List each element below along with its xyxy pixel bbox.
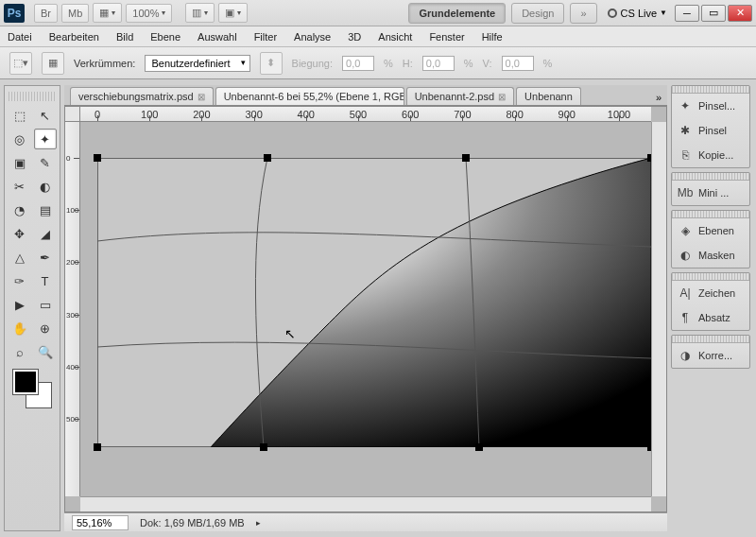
- warp-grid[interactable]: [97, 158, 651, 447]
- tabs-overflow[interactable]: »: [650, 90, 667, 105]
- color-swatches[interactable]: [13, 370, 51, 407]
- biegung-label: Biegung:: [292, 58, 333, 69]
- warp-handle[interactable]: [260, 443, 267, 451]
- transform-icon[interactable]: ⬚▾: [9, 52, 32, 75]
- panel-icon: ⎘: [677, 147, 694, 163]
- warp-label: Verkrümmen:: [74, 58, 135, 69]
- workspace-grundelemente[interactable]: Grundelemente: [408, 3, 506, 24]
- foreground-color-swatch[interactable]: [13, 370, 38, 394]
- panel-item-kopie[interactable]: ⎘Kopie...: [672, 143, 749, 167]
- tool-11[interactable]: ◢: [34, 223, 57, 244]
- panel-handle[interactable]: [672, 336, 749, 343]
- close-icon[interactable]: ⊠: [198, 92, 205, 102]
- biegung-field: 0,0: [342, 56, 374, 71]
- tool-19[interactable]: ⊕: [34, 318, 57, 338]
- tool-15[interactable]: T: [34, 270, 57, 291]
- vertical-ruler[interactable]: 0100200300400500: [65, 122, 80, 496]
- panel-handle[interactable]: [672, 211, 749, 218]
- doc-tab-3[interactable]: Unbenann: [516, 87, 581, 105]
- tool-7[interactable]: ◐: [34, 176, 57, 197]
- panel-item-pinsel[interactable]: ✦Pinsel...: [672, 94, 749, 118]
- close-icon[interactable]: ⊠: [498, 92, 506, 102]
- menu-bild[interactable]: Bild: [116, 31, 133, 43]
- panel-handle[interactable]: [672, 173, 749, 181]
- warp-handle[interactable]: [94, 154, 101, 162]
- menu-ebene[interactable]: Ebene: [150, 31, 180, 43]
- right-panels: ✦Pinsel...✱Pinsel⎘Kopie...MbMini ...◈Ebe…: [671, 85, 750, 531]
- tool-14[interactable]: ✑: [9, 270, 31, 291]
- tool-16[interactable]: ▶: [9, 294, 31, 315]
- warp-handle[interactable]: [462, 154, 470, 162]
- tool-13[interactable]: ✒: [34, 247, 57, 268]
- warp-handle[interactable]: [264, 154, 271, 162]
- panel-item-absatz[interactable]: ¶Absatz: [672, 305, 749, 330]
- horizontal-ruler[interactable]: 01002003004005006007008009001000: [80, 107, 651, 122]
- tool-21[interactable]: 🔍: [34, 341, 57, 362]
- panel-item-korre[interactable]: ◑Korre...: [672, 343, 749, 368]
- menu-bearbeiten[interactable]: Bearbeiten: [49, 31, 99, 43]
- panel-item-masken[interactable]: ◐Masken: [672, 243, 749, 268]
- panel-handle[interactable]: [672, 86, 749, 94]
- panel-icon: ◑: [677, 348, 694, 363]
- maximize-button[interactable]: ▭: [701, 5, 726, 22]
- view-dropdown[interactable]: ▦: [93, 3, 122, 23]
- tool-2[interactable]: ◎: [9, 129, 31, 149]
- doc-tab-0[interactable]: verschiebungsmatrix.psd⊠: [70, 87, 214, 105]
- warp-handle[interactable]: [94, 443, 101, 451]
- menu-filter[interactable]: Filter: [254, 31, 277, 43]
- doc-tab-2[interactable]: Unbenannt-2.psd⊠: [406, 87, 514, 105]
- status-bar: Dok: 1,69 MB/1,69 MB ▸: [64, 512, 667, 531]
- cslive-button[interactable]: CS Live ▼: [608, 8, 667, 19]
- menu-analyse[interactable]: Analyse: [294, 31, 331, 43]
- tool-5[interactable]: ✎: [34, 152, 57, 173]
- tool-1[interactable]: ↖: [34, 105, 57, 126]
- minimize-button[interactable]: ─: [675, 5, 699, 22]
- menu-fenster[interactable]: Fenster: [429, 31, 464, 43]
- warp-orientation-icon: ⬍: [260, 52, 283, 75]
- menu-3d[interactable]: 3D: [348, 31, 361, 43]
- panel-group-3: A|Zeichen¶Absatz: [671, 272, 750, 331]
- menu-datei[interactable]: Datei: [8, 31, 32, 43]
- bridge-button[interactable]: Br: [34, 4, 58, 23]
- menu-hilfe[interactable]: Hilfe: [482, 31, 503, 43]
- panel-icon: ¶: [677, 310, 694, 325]
- toolbox-handle[interactable]: [9, 92, 56, 101]
- arrange-dropdown[interactable]: ▥: [185, 3, 215, 23]
- panel-item-pinsel[interactable]: ✱Pinsel: [672, 118, 749, 143]
- tool-6[interactable]: ✂: [9, 176, 31, 197]
- warp-handle[interactable]: [475, 443, 483, 451]
- zoom-dropdown[interactable]: 100%: [126, 4, 172, 23]
- tool-3[interactable]: ✦: [34, 129, 57, 149]
- tool-12[interactable]: △: [9, 247, 31, 268]
- tool-10[interactable]: ✥: [9, 223, 31, 244]
- minibridge-button[interactable]: Mb: [61, 4, 89, 23]
- h-label: H:: [403, 58, 413, 69]
- horizontal-scrollbar[interactable]: [80, 496, 651, 511]
- panel-handle[interactable]: [672, 273, 749, 281]
- panel-item-zeichen[interactable]: A|Zeichen: [672, 281, 749, 305]
- warp-grid-icon[interactable]: ▦: [42, 52, 64, 75]
- tool-4[interactable]: ▣: [9, 152, 31, 173]
- tool-17[interactable]: ▭: [34, 294, 57, 315]
- tool-8[interactable]: ◔: [9, 199, 31, 220]
- vertical-scrollbar[interactable]: [651, 122, 666, 496]
- menu-ansicht[interactable]: Ansicht: [378, 31, 412, 43]
- menu-auswahl[interactable]: Auswahl: [198, 31, 237, 43]
- panel-item-mini[interactable]: MbMini ...: [672, 181, 749, 205]
- tool-0[interactable]: ⬚: [9, 105, 31, 126]
- screenmode-dropdown[interactable]: ▣: [218, 3, 248, 23]
- panel-group-1: MbMini ...: [671, 172, 750, 206]
- zoom-field[interactable]: [72, 515, 129, 530]
- tool-20[interactable]: ⌕: [9, 341, 31, 362]
- warp-mode-select[interactable]: Benutzerdefiniert: [145, 55, 249, 72]
- workspace-design[interactable]: Design: [511, 3, 564, 24]
- panel-item-ebenen[interactable]: ◈Ebenen: [672, 218, 749, 243]
- tool-18[interactable]: ✋: [9, 318, 31, 338]
- panel-group-0: ✦Pinsel...✱Pinsel⎘Kopie...: [671, 85, 750, 168]
- close-button[interactable]: ✕: [728, 5, 752, 22]
- doc-tab-1[interactable]: Unbenannt-6 bei 55,2% (Ebene 1, RGB/8) *…: [215, 87, 404, 105]
- workspace-more[interactable]: »: [570, 3, 596, 24]
- document-tabs: verschiebungsmatrix.psd⊠ Unbenannt-6 bei…: [64, 85, 667, 106]
- tool-9[interactable]: ▤: [34, 199, 57, 220]
- canvas[interactable]: ↖: [97, 158, 651, 447]
